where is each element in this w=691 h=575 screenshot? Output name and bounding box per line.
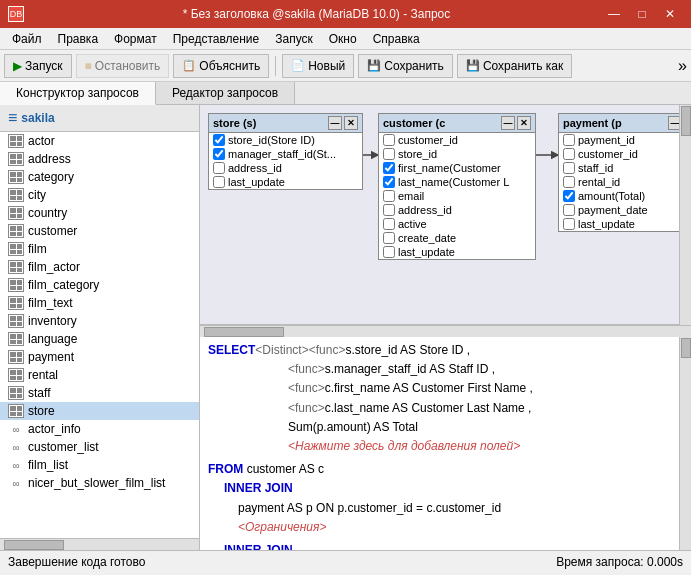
table-customer-field-1[interactable]: store_id <box>379 147 535 161</box>
sidebar-item-film-list[interactable]: ∞ film_list <box>0 456 199 474</box>
save-button[interactable]: 💾 Сохранить <box>358 54 453 78</box>
table-store-field-1[interactable]: manager_staff_id(St... <box>209 147 362 161</box>
field-checkbox[interactable] <box>383 190 395 202</box>
sidebar-item-inventory[interactable]: inventory <box>0 312 199 330</box>
run-button[interactable]: ▶ Запуск <box>4 54 72 78</box>
stop-button[interactable]: ■ Остановить <box>76 54 170 78</box>
menu-window[interactable]: Окно <box>321 30 365 48</box>
menu-format[interactable]: Формат <box>106 30 165 48</box>
table-customer-field-7[interactable]: create_date <box>379 231 535 245</box>
canvas-hscroll[interactable] <box>200 325 691 337</box>
field-checkbox[interactable] <box>563 134 575 146</box>
field-checkbox[interactable] <box>383 218 395 230</box>
canvas[interactable]: store (s) — ✕ store_id(Store ID) manager… <box>200 105 679 325</box>
new-button[interactable]: 📄 Новый <box>282 54 354 78</box>
table-payment-field-4[interactable]: amount(Total) <box>559 189 679 203</box>
sql-text-3: c.first_name AS Customer First Name , <box>325 379 533 398</box>
sidebar-item-film-actor[interactable]: film_actor <box>0 258 199 276</box>
field-checkbox[interactable] <box>563 148 575 160</box>
sql-editor-wrap: SELECT<Distinct> <func> s.store_id AS St… <box>200 337 679 550</box>
table-customer-field-2[interactable]: first_name(Customer <box>379 161 535 175</box>
toolbar-expand[interactable]: » <box>678 57 687 75</box>
tab-query-builder[interactable]: Конструктор запросов <box>0 82 156 105</box>
menu-help[interactable]: Справка <box>365 30 428 48</box>
sql-editor[interactable]: SELECT<Distinct> <func> s.store_id AS St… <box>200 337 679 550</box>
explain-button[interactable]: 📋 Объяснить <box>173 54 269 78</box>
maximize-button[interactable]: □ <box>629 4 655 24</box>
table-customer-field-8[interactable]: last_update <box>379 245 535 259</box>
field-checkbox[interactable] <box>213 134 225 146</box>
minimize-button[interactable]: — <box>601 4 627 24</box>
table-customer-field-4[interactable]: email <box>379 189 535 203</box>
menu-edit[interactable]: Правка <box>50 30 107 48</box>
table-payment-field-3[interactable]: rental_id <box>559 175 679 189</box>
sidebar-item-rental[interactable]: rental <box>0 366 199 384</box>
field-checkbox[interactable] <box>383 232 395 244</box>
saveas-button[interactable]: 💾 Сохранить как <box>457 54 572 78</box>
sidebar-hscroll-thumb[interactable] <box>4 540 64 550</box>
table-store-field-0[interactable]: store_id(Store ID) <box>209 133 362 147</box>
sidebar-item-customer-list[interactable]: ∞ customer_list <box>0 438 199 456</box>
table-customer-minimize[interactable]: — <box>501 116 515 130</box>
sidebar-item-actor[interactable]: actor <box>0 132 199 150</box>
menu-file[interactable]: Файл <box>4 30 50 48</box>
table-customer-field-6[interactable]: active <box>379 217 535 231</box>
sql-vscroll-thumb[interactable] <box>681 338 691 358</box>
field-checkbox[interactable] <box>383 204 395 216</box>
sidebar-item-language[interactable]: language <box>0 330 199 348</box>
table-store-field-3[interactable]: last_update <box>209 175 362 189</box>
sidebar-item-category[interactable]: category <box>0 168 199 186</box>
table-store-close[interactable]: ✕ <box>344 116 358 130</box>
table-store-minimize[interactable]: — <box>328 116 342 130</box>
sidebar-item-staff[interactable]: staff <box>0 384 199 402</box>
field-checkbox[interactable] <box>383 246 395 258</box>
sql-line-add-fields[interactable]: <Нажмите здесь для добавления полей> <box>208 437 671 456</box>
field-checkbox[interactable] <box>563 162 575 174</box>
field-checkbox[interactable] <box>563 204 575 216</box>
sidebar-item-customer[interactable]: customer <box>0 222 199 240</box>
sidebar-item-city[interactable]: city <box>0 186 199 204</box>
table-customer-field-3[interactable]: last_name(Customer L <box>379 175 535 189</box>
field-checkbox[interactable] <box>383 148 395 160</box>
field-checkbox[interactable] <box>563 176 575 188</box>
close-button[interactable]: ✕ <box>657 4 683 24</box>
menu-view[interactable]: Представление <box>165 30 268 48</box>
field-checkbox[interactable] <box>563 218 575 230</box>
tab-query-editor[interactable]: Редактор запросов <box>156 82 295 104</box>
table-payment-field-1[interactable]: customer_id <box>559 147 679 161</box>
sidebar-item-payment[interactable]: payment <box>0 348 199 366</box>
sql-line-5: Sum(p.amount) AS Total <box>208 418 671 437</box>
field-checkbox[interactable] <box>563 190 575 202</box>
canvas-vscroll-thumb[interactable] <box>681 106 691 136</box>
field-checkbox[interactable] <box>213 176 225 188</box>
field-checkbox[interactable] <box>383 134 395 146</box>
sidebar-item-actor-info[interactable]: ∞ actor_info <box>0 420 199 438</box>
table-customer-close[interactable]: ✕ <box>517 116 531 130</box>
table-payment-field-0[interactable]: payment_id <box>559 133 679 147</box>
table-store-field-2[interactable]: address_id <box>209 161 362 175</box>
menu-run[interactable]: Запуск <box>267 30 321 48</box>
table-payment-field-6[interactable]: last_update <box>559 217 679 231</box>
sidebar-item-film-category[interactable]: film_category <box>0 276 199 294</box>
sidebar-item-country[interactable]: country <box>0 204 199 222</box>
sql-vscroll[interactable] <box>679 337 691 550</box>
table-payment-minimize[interactable]: — <box>668 116 679 130</box>
table-customer-field-0[interactable]: customer_id <box>379 133 535 147</box>
table-customer-field-5[interactable]: address_id <box>379 203 535 217</box>
canvas-hscroll-thumb[interactable] <box>204 327 284 337</box>
sql-restrictions-1[interactable]: <Ограничения> <box>208 518 671 537</box>
sidebar-hscroll[interactable] <box>0 538 199 550</box>
field-checkbox[interactable] <box>383 162 395 174</box>
sidebar-item-address[interactable]: address <box>0 150 199 168</box>
field-checkbox[interactable] <box>383 176 395 188</box>
field-checkbox[interactable] <box>213 162 225 174</box>
sidebar-item-film-text[interactable]: film_text <box>0 294 199 312</box>
table-payment-field-5[interactable]: payment_date <box>559 203 679 217</box>
table-store-controls: — ✕ <box>328 116 358 130</box>
sidebar-item-store[interactable]: store <box>0 402 199 420</box>
canvas-vscroll[interactable] <box>679 105 691 325</box>
sidebar-item-nicer-film[interactable]: ∞ nicer_but_slower_film_list <box>0 474 199 492</box>
table-payment-field-2[interactable]: staff_id <box>559 161 679 175</box>
field-checkbox[interactable] <box>213 148 225 160</box>
sidebar-item-film[interactable]: film <box>0 240 199 258</box>
